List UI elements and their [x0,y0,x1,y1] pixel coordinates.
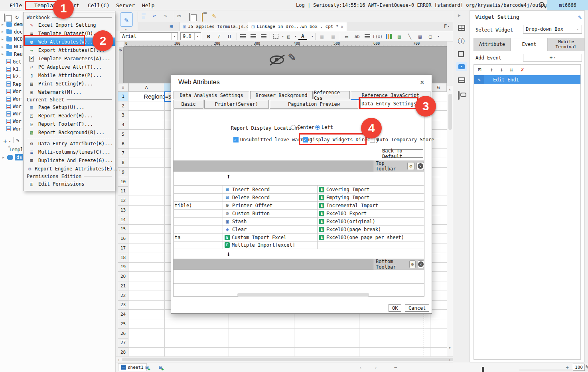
move-bottom-icon[interactable]: ⇊ [510,66,513,73]
chart-icon[interactable] [386,34,392,39]
menu-item-template-parameters[interactable]: PTemplate Parameters(A)... [24,54,115,63]
toolbar-item[interactable]: ECustom Import Excel [223,233,317,241]
tab-event[interactable]: Event [511,38,548,51]
edit-widget-icon[interactable]: ✎ [578,14,582,21]
italic-button[interactable]: I [215,32,223,40]
row-header[interactable]: 6 [118,139,128,149]
toolbar-item[interactable]: ▣Stash [223,218,317,225]
tab-browser-background[interactable]: Browser Background [250,91,313,99]
paste-icon[interactable] [202,13,203,22]
new-template-icon[interactable]: ⊞ [170,23,173,30]
format-painter-icon[interactable]: ✎ [212,12,216,20]
cell-attribute-icon[interactable] [458,25,465,31]
text-field-icon[interactable]: ▭ [342,32,351,40]
next-sheet-icon[interactable]: › [374,364,377,370]
tree-item[interactable]: ▶dem [0,21,23,28]
dialog-close-icon[interactable]: × [420,78,424,86]
undo-icon[interactable]: ↶ [152,12,156,20]
float-element-icon[interactable] [458,51,464,57]
menu-item-edit-permissions[interactable]: ◫Edit Permissions [24,180,115,188]
cut-icon[interactable]: ✂ [177,12,181,20]
menu-item-report-footer[interactable]: ◲Report Footer(F)... [24,120,115,128]
more-templates-icon[interactable]: F [444,24,447,29]
scroll-up-icon[interactable]: ▴ [448,87,451,92]
font-color-icon[interactable]: A [298,33,307,40]
menu-item-report-engine[interactable]: ⚙Report Engine Attributes(E)... [24,164,115,173]
menu-item-pc-adaptive[interactable]: ⇄PC Adaptive Attr(T)... [24,63,115,71]
cancel-button[interactable]: Cancel [405,304,429,312]
cell-element-icon[interactable]: ⓘ [458,37,465,46]
merge-cells-icon[interactable]: ▦ [318,32,326,40]
expand-icon[interactable]: ▶ [2,156,7,159]
ok-button[interactable]: OK [389,304,401,312]
toolbar-item[interactable]: ◆Clear [223,226,317,233]
text-ab-icon[interactable]: ab [353,32,361,40]
formula-icon[interactable]: F(x) [373,32,382,40]
row-header[interactable]: 10 [118,177,128,187]
unmerge-cells-icon[interactable]: ▦ [329,32,337,40]
row-header[interactable]: 14 [118,215,128,225]
subreport-icon[interactable]: ▤ [416,32,424,40]
expand-icon[interactable]: ▶ [2,30,6,34]
font-family-select[interactable]: Arial ▾ [120,32,178,40]
select-all-corner[interactable]: ⠿ [118,83,128,92]
tab-basic[interactable]: Basic [174,100,203,109]
bold-button[interactable]: B [204,32,213,40]
column-header-g[interactable]: G [430,83,447,92]
toolbar-gear-icon[interactable]: ⚙ [409,260,416,268]
underline-button[interactable]: U [225,32,234,40]
menu-item-report-background[interactable]: ▨Report Background(B)... [24,128,115,137]
toolbar-item[interactable]: EExcel03 Export [317,210,424,217]
menu-cell[interactable]: Cell(C) [85,2,112,9]
toolbar-item[interactable]: EExcel03(page break) [317,226,424,233]
template-tool-icon[interactable]: ✎ [120,12,133,27]
move-up-icon[interactable]: ↑ [490,66,493,73]
delete-event-icon[interactable]: ✗ [521,66,524,73]
menu-help[interactable]: Help [140,2,157,9]
zoom-in-icon[interactable]: + [566,364,569,370]
toolbar-item[interactable]: ⊕Printer Offset [223,202,317,209]
row-header[interactable]: 11 [118,187,128,196]
align-center-icon[interactable] [251,34,256,39]
row-header[interactable]: 26 [118,329,128,338]
toolbar-item[interactable]: EExcel03(original) [317,218,424,225]
menu-item-watermark[interactable]: ◉Watermark(M)... [24,88,115,96]
toolbar-item[interactable]: ⊞Insert Record [223,186,317,193]
menu-item-print-setting[interactable]: ▤Print Setting(P)... [24,79,115,88]
prev-sheet-icon[interactable]: ‹ [359,364,362,370]
move-to-bottom-arrow[interactable]: ↓ [227,250,231,257]
widget-select[interactable]: Drop-down Box ▿ [523,25,582,34]
event-row-selected[interactable]: ✎ Edit End1 [474,75,580,84]
search-icon[interactable] [539,2,544,7]
row-header[interactable]: 16 [118,234,128,243]
move-down-icon[interactable]: ↓ [500,66,503,73]
radio-center[interactable]: Center [291,125,314,130]
widget-settings-icon[interactable]: ▾ [456,62,467,71]
menu-item-mobile-attribute[interactable]: ▯Mobile Attribute(P)... [24,71,115,79]
horizontal-scrollbar[interactable]: ‹ › [116,356,453,362]
toolbar-item[interactable]: ECovering Import [317,186,424,193]
border-icon[interactable] [273,34,278,39]
hyperlink-icon[interactable] [458,91,460,100]
tree-item[interactable]: ▶Reu [0,51,23,58]
expand-icon[interactable]: ▶ [2,52,6,56]
tab-printer-server[interactable]: Printer(Server) [204,100,269,109]
row-header[interactable]: 22 [118,291,128,301]
row-header[interactable]: 1 [118,92,128,101]
widget-frame-icon[interactable]: ▢ [426,32,435,40]
redo-icon[interactable]: ↷ [164,12,168,20]
edit-dataset-icon[interactable]: ✎ [16,137,19,143]
back-to-default-button[interactable]: Back To Default [382,149,423,158]
zoom-value[interactable]: 100 [573,364,585,371]
move-to-top-arrow[interactable]: ↑ [227,172,231,180]
doc-tab-2-active[interactable]: ⊞ Linkage_in_dro...wn_box . cpt * × [248,22,347,31]
row-header[interactable]: 25 [118,319,128,329]
row-header[interactable]: 3 [118,111,128,121]
zoom-slider-thumb[interactable] [482,367,484,372]
tree-item[interactable]: Wor [0,103,22,110]
line-icon[interactable]: ╲ [405,32,414,40]
add-dataset-caret-icon[interactable]: ▾ [9,140,11,143]
edit-event-icon[interactable]: ✎ [474,75,484,84]
toolbar-item[interactable]: ⚙Custom Button [223,210,317,217]
tree-item[interactable]: Rep [0,81,22,88]
